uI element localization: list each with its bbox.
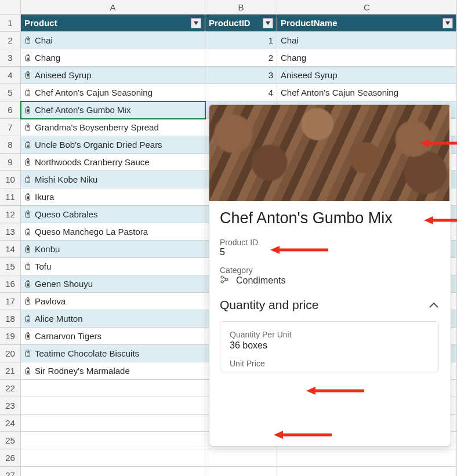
data-type-icon[interactable] bbox=[24, 332, 32, 340]
cell-productname[interactable]: Aniseed Syrup bbox=[277, 67, 457, 84]
data-type-icon[interactable] bbox=[24, 280, 32, 288]
data-type-icon[interactable] bbox=[24, 89, 32, 97]
row-header[interactable]: 24 bbox=[0, 415, 21, 432]
data-type-icon[interactable] bbox=[24, 106, 32, 114]
row-header[interactable]: 4 bbox=[0, 67, 21, 84]
data-type-icon[interactable] bbox=[24, 176, 32, 184]
row-header[interactable]: 19 bbox=[0, 328, 21, 345]
row-header[interactable]: 17 bbox=[0, 293, 21, 310]
data-type-card: Chef Anton's Gumbo Mix Product ID 5 Cate… bbox=[209, 104, 451, 446]
cell-productname[interactable]: Chai bbox=[277, 32, 457, 49]
data-type-icon[interactable] bbox=[24, 263, 32, 271]
data-type-icon[interactable] bbox=[24, 228, 32, 236]
data-type-icon[interactable] bbox=[24, 71, 32, 79]
cell-productid[interactable]: 1 bbox=[205, 32, 277, 49]
cell-product[interactable]: Pavlova bbox=[21, 293, 205, 310]
cell-product[interactable]: Uncle Bob's Organic Dried Pears bbox=[21, 136, 205, 154]
data-type-icon[interactable] bbox=[24, 54, 32, 62]
section-quantity-price[interactable]: Quantity and price bbox=[220, 298, 439, 312]
cell-product[interactable]: Aniseed Syrup bbox=[21, 67, 205, 84]
row-header[interactable]: 15 bbox=[0, 258, 21, 275]
data-type-icon[interactable] bbox=[24, 245, 32, 253]
cell-empty[interactable] bbox=[277, 449, 457, 467]
cell-productname[interactable]: Chef Anton's Cajun Seasoning bbox=[277, 84, 457, 101]
column-header-C[interactable]: C bbox=[277, 0, 457, 14]
cell-product[interactable]: Queso Cabrales bbox=[21, 206, 205, 223]
category-value[interactable]: Condiments bbox=[236, 275, 285, 286]
cell-product[interactable]: Chef Anton's Cajun Seasoning bbox=[21, 84, 205, 101]
row-header[interactable]: 20 bbox=[0, 345, 21, 362]
row-header[interactable]: 11 bbox=[0, 188, 21, 206]
cell-empty[interactable] bbox=[205, 467, 277, 476]
cell-product[interactable]: Sir Rodney's Marmalade bbox=[21, 362, 205, 380]
row-header[interactable]: 12 bbox=[0, 206, 21, 223]
data-type-icon[interactable] bbox=[24, 367, 32, 375]
row-header-1[interactable]: 1 bbox=[0, 14, 21, 32]
cell-product[interactable]: Teatime Chocolate Biscuits bbox=[21, 345, 205, 362]
row-header[interactable]: 23 bbox=[0, 397, 21, 415]
cell-productid[interactable]: 4 bbox=[205, 84, 277, 101]
data-type-icon[interactable] bbox=[24, 141, 32, 149]
data-type-icon[interactable] bbox=[24, 158, 32, 166]
cell-product[interactable]: Carnarvon Tigers bbox=[21, 328, 205, 345]
row-header[interactable]: 22 bbox=[0, 380, 21, 397]
cell-empty[interactable] bbox=[21, 467, 205, 476]
cell-product[interactable]: Konbu bbox=[21, 241, 205, 258]
data-type-icon[interactable] bbox=[24, 123, 32, 132]
row-header[interactable]: 16 bbox=[0, 275, 21, 293]
filter-button-product[interactable] bbox=[191, 18, 201, 28]
data-type-icon[interactable] bbox=[24, 193, 32, 201]
cell-product[interactable]: Mishi Kobe Niku bbox=[21, 171, 205, 188]
card-scroll-area[interactable]: Chef Anton's Gumbo Mix Product ID 5 Cate… bbox=[209, 105, 451, 446]
cell-product[interactable]: Chai bbox=[21, 32, 205, 49]
header-product[interactable]: Product bbox=[21, 14, 205, 32]
data-type-icon[interactable] bbox=[24, 350, 32, 358]
data-type-icon[interactable] bbox=[24, 210, 32, 219]
cell-product[interactable]: Northwoods Cranberry Sauce bbox=[21, 154, 205, 171]
cell-product[interactable]: Queso Manchego La Pastora bbox=[21, 223, 205, 241]
cell-product[interactable]: Ikura bbox=[21, 188, 205, 206]
select-all-corner[interactable] bbox=[0, 0, 21, 14]
cell-productid[interactable]: 3 bbox=[205, 67, 277, 84]
row-header[interactable]: 6 bbox=[0, 101, 21, 119]
linked-record-icon bbox=[220, 275, 229, 286]
row-header[interactable]: 10 bbox=[0, 171, 21, 188]
row-header[interactable]: 21 bbox=[0, 362, 21, 380]
cell-empty[interactable] bbox=[21, 449, 205, 467]
row-header[interactable]: 26 bbox=[0, 449, 21, 467]
header-productname[interactable]: ProductName bbox=[277, 14, 457, 32]
header-productid[interactable]: ProductID bbox=[205, 14, 277, 32]
data-type-icon[interactable] bbox=[24, 37, 32, 45]
column-header-B[interactable]: B bbox=[205, 0, 277, 14]
cell-empty[interactable] bbox=[21, 432, 205, 449]
cell-empty[interactable] bbox=[277, 467, 457, 476]
row-header[interactable]: 3 bbox=[0, 49, 21, 67]
row-header[interactable]: 14 bbox=[0, 241, 21, 258]
row-header[interactable]: 25 bbox=[0, 432, 21, 449]
row-header[interactable]: 13 bbox=[0, 223, 21, 241]
row-header[interactable]: 2 bbox=[0, 32, 21, 49]
cell-productname[interactable]: Chang bbox=[277, 49, 457, 67]
row-header[interactable]: 7 bbox=[0, 119, 21, 136]
data-type-icon[interactable] bbox=[24, 297, 32, 306]
cell-product[interactable]: Chang bbox=[21, 49, 205, 67]
cell-product[interactable]: Chef Anton's Gumbo Mix bbox=[21, 101, 205, 119]
cell-empty[interactable] bbox=[205, 449, 277, 467]
data-type-icon[interactable] bbox=[24, 315, 32, 323]
cell-product[interactable]: Alice Mutton bbox=[21, 310, 205, 328]
cell-product[interactable]: Tofu bbox=[21, 258, 205, 275]
filter-button-productid[interactable] bbox=[263, 18, 273, 28]
cell-productid[interactable]: 2 bbox=[205, 49, 277, 67]
cell-empty[interactable] bbox=[21, 415, 205, 432]
row-header[interactable]: 5 bbox=[0, 84, 21, 101]
row-header[interactable]: 9 bbox=[0, 154, 21, 171]
column-header-A[interactable]: A bbox=[21, 0, 205, 14]
row-header[interactable]: 27 bbox=[0, 467, 21, 476]
row-header[interactable]: 8 bbox=[0, 136, 21, 154]
filter-button-productname[interactable] bbox=[443, 18, 453, 28]
row-header[interactable]: 18 bbox=[0, 310, 21, 328]
cell-product[interactable]: Grandma's Boysenberry Spread bbox=[21, 119, 205, 136]
cell-product[interactable]: Genen Shouyu bbox=[21, 275, 205, 293]
cell-empty[interactable] bbox=[21, 380, 205, 397]
cell-empty[interactable] bbox=[21, 397, 205, 415]
